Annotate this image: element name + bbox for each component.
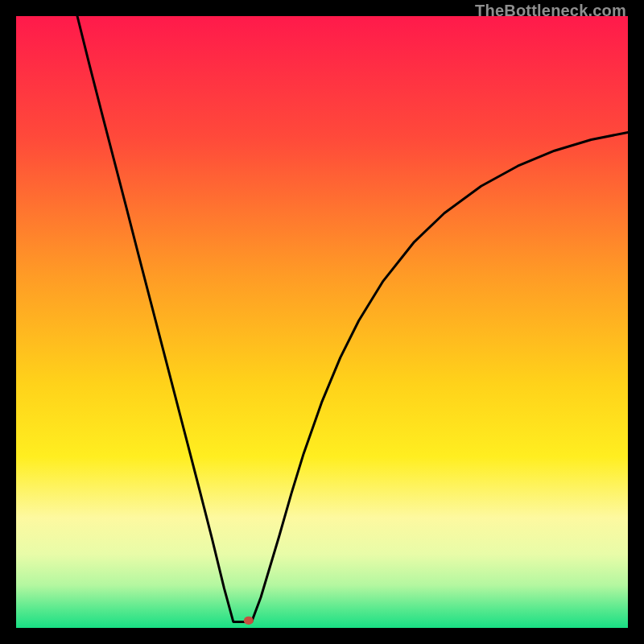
- optimum-marker: [244, 617, 254, 625]
- chart-frame: [16, 16, 628, 628]
- bottleneck-chart: [16, 16, 628, 628]
- watermark-text: TheBottleneck.com: [475, 2, 626, 20]
- gradient-background: [16, 16, 628, 628]
